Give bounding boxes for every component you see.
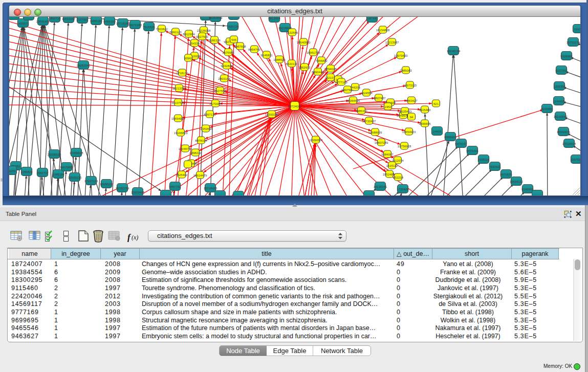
svg-text:1952: 1952 [384,105,391,108]
svg-text:9463627: 9463627 [405,99,418,102]
svg-text:7986372: 7986372 [355,110,367,113]
svg-text:7632621: 7632621 [489,165,501,168]
svg-text:19756928: 19756928 [398,145,411,148]
svg-text:8186328: 8186328 [208,39,221,42]
svg-text:18807249: 18807249 [375,141,388,144]
svg-text:1132546: 1132546 [287,31,299,34]
svg-text:2803144: 2803144 [218,77,230,80]
svg-text:16046756: 16046756 [179,147,192,150]
svg-text:16782759: 16782759 [116,187,129,190]
svg-text:16053809: 16053809 [209,17,223,19]
svg-text:6479197: 6479197 [455,142,467,145]
svg-text:9329966: 9329966 [560,55,573,58]
svg-text:2087682: 2087682 [366,17,378,20]
svg-text:8958924: 8958924 [444,136,456,139]
svg-text:9227342: 9227342 [555,69,568,72]
svg-text:14136141: 14136141 [374,185,387,188]
svg-text:9245652: 9245652 [521,188,534,191]
svg-text:23691406: 23691406 [36,20,50,23]
svg-text:19654925: 19654925 [171,117,185,120]
svg-text:8220134: 8220134 [286,62,298,65]
svg-text:12213369: 12213369 [172,87,186,90]
svg-text:8990448: 8990448 [312,71,324,74]
svg-text:20364436: 20364436 [346,99,360,102]
svg-text:(x): (x) [132,234,138,241]
svg-text:8912954: 8912954 [183,33,195,36]
svg-text:12213987: 12213987 [385,41,399,44]
svg-text:18640910: 18640910 [297,41,311,44]
svg-text:1345194: 1345194 [52,173,64,176]
svg-text:9474444: 9474444 [466,149,478,152]
svg-text:23226058: 23226058 [197,29,211,32]
svg-text:8215955: 8215955 [541,107,553,111]
svg-text:10653267: 10653267 [62,17,76,20]
svg-text:3675685: 3675685 [222,51,234,54]
svg-text:10671385: 10671385 [128,24,142,27]
svg-text:17359928: 17359928 [70,151,83,155]
svg-text:7625402: 7625402 [176,173,188,177]
svg-text:2170065: 2170065 [209,102,222,105]
svg-text:7955812: 7955812 [315,59,328,62]
svg-text:17016504: 17016504 [562,142,576,145]
svg-text:2718170: 2718170 [176,72,188,75]
svg-text:16210643: 16210643 [554,115,568,118]
svg-text:3624554: 3624554 [360,92,373,95]
svg-text:9699695: 9699695 [419,122,431,125]
svg-text:18300295: 18300295 [265,113,279,116]
svg-text:2967608: 2967608 [234,45,246,48]
svg-text:19166829: 19166829 [174,132,188,135]
svg-text:8660123: 8660123 [169,31,182,34]
svg-text:16961758: 16961758 [307,51,320,54]
svg-text:12973115: 12973115 [403,84,417,87]
svg-text:7835724: 7835724 [227,25,239,28]
svg-text:18724007: 18724007 [288,105,302,108]
svg-text:9115460: 9115460 [419,108,431,112]
svg-text:6466160: 6466160 [90,19,102,23]
svg-text:10975887: 10975887 [60,166,74,169]
svg-text:1893718: 1893718 [49,17,61,20]
svg-text:7663822: 7663822 [156,28,168,31]
svg-text:16914479: 16914479 [193,174,207,177]
svg-text:14405: 14405 [433,130,442,133]
svg-text:1167534: 1167534 [571,158,580,161]
svg-text:9327500: 9327500 [196,35,208,38]
svg-text:f: f [127,232,132,242]
svg-text:19384554: 19384554 [309,139,323,142]
svg-text:16154808: 16154808 [376,29,390,32]
svg-text:11923468: 11923468 [131,191,145,194]
svg-text:12353594: 12353594 [199,127,213,130]
svg-text:10688609: 10688609 [368,131,382,134]
svg-text:10807487: 10807487 [372,97,386,100]
svg-text:2942737: 2942737 [36,171,49,174]
svg-text:11123: 11123 [574,28,580,31]
svg-text:10543362: 10543362 [188,42,202,45]
svg-text:20053346: 20053346 [77,64,91,67]
svg-text:8427552: 8427552 [214,90,226,93]
svg-text:7515526: 7515526 [143,26,155,29]
svg-text:39153: 39153 [9,169,16,172]
svg-text:93961: 93961 [184,57,193,60]
svg-text:252214: 252214 [393,176,404,179]
svg-text:621: 621 [433,102,439,105]
svg-text:1527602: 1527602 [76,18,89,21]
svg-text:8471676: 8471676 [500,173,512,176]
svg-text:746206: 746206 [350,86,361,89]
svg-text:8454749: 8454749 [248,48,260,51]
svg-text:1733426: 1733426 [397,188,409,191]
svg-text:9794028: 9794028 [324,68,337,71]
svg-text:10107552: 10107552 [171,101,185,104]
svg-text:1209358: 1209358 [553,85,565,88]
svg-text:9777169: 9777169 [335,81,347,84]
svg-text:6466160: 6466160 [103,20,116,23]
svg-text:9457791: 9457791 [169,185,181,188]
svg-text:10025433: 10025433 [398,110,412,113]
svg-text:9084067: 9084067 [381,153,394,156]
svg-text:20206523: 20206523 [48,153,61,156]
svg-text:2935114: 2935114 [478,158,490,161]
svg-text:1588520: 1588520 [273,58,286,61]
svg-text:16648784: 16648784 [447,50,461,53]
svg-text:1244415: 1244415 [553,100,565,103]
svg-text:7485063: 7485063 [400,69,412,72]
svg-text:1615112: 1615112 [386,164,399,167]
svg-text:15718485: 15718485 [204,187,217,190]
